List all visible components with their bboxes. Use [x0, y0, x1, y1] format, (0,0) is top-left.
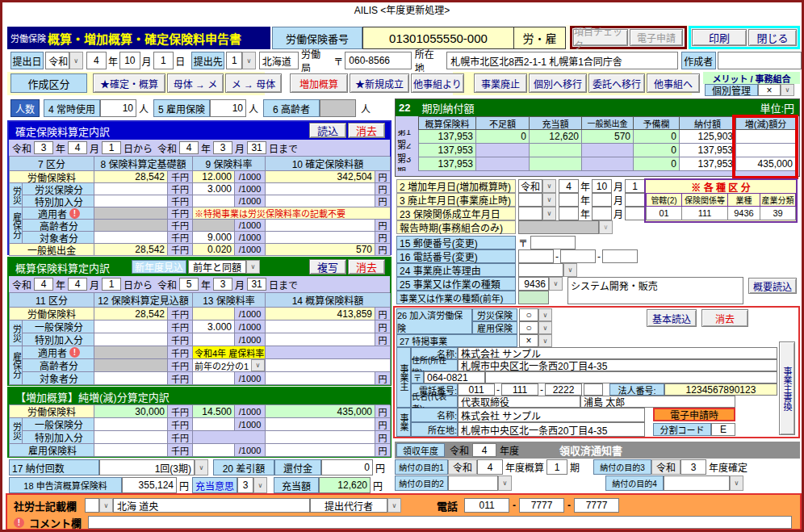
kibetsu-r3-c7[interactable]: 435,000 — [736, 157, 796, 171]
kibetsu-r2-c6[interactable]: 137,953 — [680, 144, 736, 157]
tel-ext[interactable] — [584, 383, 603, 396]
kakutei-r2-base[interactable] — [94, 183, 168, 195]
mokuteki1-year[interactable]: 4 — [477, 459, 503, 475]
kobetsu-kanri-value[interactable]: × — [758, 84, 781, 96]
sharoushi-name[interactable]: 北海 道央 — [113, 498, 310, 513]
gaisan-r2-amt[interactable] — [266, 320, 375, 333]
addr-value[interactable]: 札幌市中央区北一条西20丁目4-35 — [458, 359, 777, 371]
gaisan-clear-button[interactable]: 消去 — [348, 259, 385, 274]
submit-year-field[interactable]: 4 — [86, 52, 107, 69]
author-field[interactable] — [718, 52, 802, 69]
kibetsu-r1-c5[interactable]: 0 — [634, 130, 680, 144]
mokuteki2-arrow[interactable]: ∨ — [498, 475, 512, 491]
haishi-date-era[interactable] — [518, 193, 542, 207]
haishi-date-era-arrow[interactable]: ∨ — [542, 193, 556, 207]
kibetsu-r3-c5[interactable]: 0 — [634, 157, 680, 171]
mokuteki4-arrow[interactable]: ∨ — [730, 475, 743, 491]
sec26-clear-button[interactable]: 消去 — [701, 309, 748, 327]
kakutei-r6-amt[interactable] — [266, 232, 375, 244]
juto-gaku-value[interactable]: 12,620 — [319, 477, 371, 493]
kibetsu-r1-c7[interactable] — [736, 130, 796, 144]
kakutei-r2-rate[interactable]: 3.000 — [193, 183, 235, 195]
haishi-date-y[interactable] — [559, 193, 579, 207]
gaisan-r2-rate[interactable]: 3.000 — [193, 320, 235, 333]
nofu-kaisu-arrow[interactable]: ∨ — [195, 459, 208, 475]
hoken-no-value[interactable]: 01301055550-000 — [362, 27, 514, 49]
tel-henko-1[interactable] — [518, 249, 554, 263]
ryoshu-nendo-value[interactable]: 4 — [472, 443, 496, 457]
tokkei-value[interactable]: × — [519, 334, 538, 347]
kakutei-m2[interactable]: 3 — [213, 141, 232, 154]
kakutei-r7-rate[interactable]: 0.020 — [193, 244, 235, 256]
gaisan-r5-combo-arrow[interactable]: ∨ — [251, 359, 265, 371]
zouka-r1-amt[interactable]: 435,000 — [266, 405, 375, 418]
seiritsu-date-m[interactable] — [592, 207, 612, 220]
rep-title-value[interactable]: 代表取締役 — [458, 396, 580, 408]
kakutei-r5-amt[interactable] — [266, 220, 375, 232]
tel-henko-3[interactable] — [602, 249, 638, 263]
kibetsu-r1-c3[interactable]: 12,620 — [530, 130, 582, 144]
sharoushi-tel-3[interactable]: 7777 — [574, 498, 619, 513]
sharoushi-tel-2[interactable]: 7777 — [519, 498, 564, 513]
rousai-hoken-arrow[interactable]: ∨ — [538, 308, 552, 321]
haishi-date-d[interactable] — [625, 193, 645, 207]
zouka-r3-base[interactable] — [94, 431, 168, 444]
kibetsu-r3-c1[interactable]: 137,953 — [418, 157, 476, 171]
e-apply-button[interactable]: 電子申請 — [630, 29, 683, 46]
houjin-value[interactable]: 1234567890123 — [664, 383, 777, 396]
juto-ishi-arrow[interactable]: ∨ — [253, 477, 267, 493]
kobetsu-kanri-arrow[interactable]: ∨ — [781, 84, 794, 96]
gaisan-r5-combo[interactable]: 前年の2分の1∨ — [193, 359, 266, 372]
kibetsu-r2-c7[interactable] — [736, 144, 796, 157]
kakutei-r3-base[interactable] — [94, 195, 168, 207]
seiritsu-date-era[interactable] — [518, 207, 542, 220]
kakutei-d2[interactable]: 31 — [247, 141, 266, 154]
kakutei-r6-base[interactable] — [94, 232, 168, 244]
zouka-r4-base[interactable] — [94, 444, 168, 457]
jigyonushi-kakikae-button[interactable]: 事業主書換 — [779, 341, 795, 435]
gaisan-m1[interactable]: 4 — [68, 278, 87, 291]
kakutei-y1[interactable]: 3 — [34, 141, 53, 154]
juto-ishi-value[interactable]: 3 — [237, 477, 253, 493]
kakutei-r2-amt[interactable] — [266, 183, 375, 195]
kibetsu-r3-c3[interactable] — [530, 157, 582, 171]
kubun-zouka-button[interactable]: 増加概算 — [290, 73, 348, 93]
pref-field[interactable]: 北海道 — [259, 52, 299, 69]
rep-name-value[interactable]: 浦島 太郎 — [580, 396, 735, 408]
tel-3[interactable]: 2222 — [545, 383, 582, 396]
koyou-hoken-value[interactable]: ○ — [519, 321, 538, 334]
kubun-kakutei-button[interactable]: ★確定・概算 — [93, 73, 165, 93]
seiritsu-date-d[interactable] — [625, 207, 645, 220]
name2-value[interactable]: 株式会社 サンプル — [458, 408, 645, 422]
kibetsu-r2-c3[interactable] — [530, 144, 582, 157]
kubun-botai-button[interactable]: 母体 → メ — [167, 73, 224, 93]
rousai-hoken-value[interactable]: ○ — [519, 308, 538, 321]
sharoushi-code[interactable] — [85, 498, 99, 513]
kakutei-r7-amt[interactable]: 570 — [266, 244, 375, 256]
kakutei-m1[interactable]: 4 — [68, 141, 87, 154]
gaisan-r6-base[interactable] — [94, 372, 168, 385]
submit-era-arrow[interactable]: ∨ — [69, 52, 83, 69]
kibetsu-r1-c1[interactable]: 137,953 — [418, 130, 476, 144]
daikou-arrow[interactable]: ∨ — [387, 498, 401, 513]
item-check-button[interactable]: 項目チェック — [573, 29, 628, 46]
postal-field[interactable]: 060-8566 — [345, 52, 412, 69]
kibetsu-r1-c6[interactable]: 125,903 — [680, 130, 736, 144]
kubun-itaku-button[interactable]: 委託へ移行 — [588, 73, 645, 93]
kubun-haishi-button[interactable]: 事業廃止 — [474, 73, 527, 93]
sagyo-shurui-arrow[interactable]: ∨ — [549, 277, 563, 291]
submit-era-select[interactable]: 令和 — [45, 52, 69, 69]
sharoushi-tel-1[interactable]: 011 — [464, 498, 509, 513]
zouka-date-d[interactable]: 1 — [625, 179, 645, 193]
mokuteki2-value[interactable] — [448, 475, 498, 491]
gaisan-r6-rate[interactable] — [193, 372, 235, 385]
gaisan-r6-amt[interactable] — [266, 372, 375, 385]
gaisan-r3-rate[interactable] — [193, 333, 235, 346]
kihon-yomikomi-button[interactable]: 基本読込 — [647, 309, 697, 327]
submit-to-arrow[interactable]: ∨ — [242, 52, 256, 69]
shinkoku-zumi-value[interactable]: 355,124 — [122, 477, 177, 493]
kibetsu-r2-c5[interactable]: 0 — [634, 144, 680, 157]
kakutei-r1-amt[interactable]: 342,504 — [266, 171, 375, 183]
zouka-r1-base[interactable]: 30,000 — [94, 405, 168, 418]
kubun-shinki-button[interactable]: ★新規成立 — [350, 73, 409, 93]
